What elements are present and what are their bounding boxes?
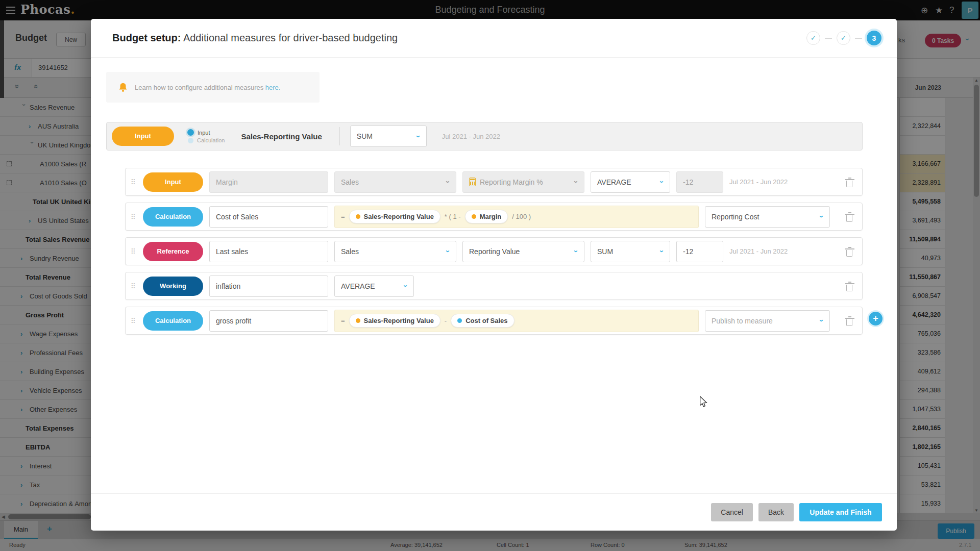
radio-selected-icon[interactable]: [187, 129, 194, 136]
divider: [339, 127, 340, 145]
base-measure-row: Input Input Calculation Sales-Reporting …: [106, 122, 863, 151]
formula-chip[interactable]: Margin: [465, 210, 508, 223]
measure-name-input[interactable]: [209, 241, 328, 262]
aggregation-select[interactable]: AVERAGE›: [591, 171, 670, 193]
input-calculation-toggle[interactable]: Input Calculation: [187, 129, 225, 143]
modal-header: Budget setup: Additional measures for dr…: [91, 19, 897, 58]
measure-select[interactable]: Reporting Margin %›: [462, 171, 584, 193]
step-3-current[interactable]: 3: [867, 31, 881, 45]
base-measure-name: Sales-Reporting Value: [241, 132, 322, 141]
measure-row-calculation: ⠿ Calculation = Sales-Reporting Value * …: [125, 203, 863, 231]
add-measure-button[interactable]: +: [869, 312, 883, 325]
aggregation-select[interactable]: AVERAGE›: [334, 276, 414, 297]
step-connector: [825, 38, 832, 39]
formula-chip[interactable]: Sales-Reporting Value: [349, 210, 440, 223]
radio-unselected-icon[interactable]: [188, 138, 193, 143]
drag-handle-icon[interactable]: ⠿: [130, 178, 137, 186]
measure-name-input[interactable]: [209, 206, 328, 228]
delete-row-button[interactable]: [844, 280, 855, 292]
cancel-button[interactable]: Cancel: [711, 503, 753, 521]
trash-icon: [846, 181, 852, 187]
trash-icon: [846, 215, 852, 222]
step-connector: [855, 38, 862, 39]
banner-text: Learn how to configure additional measur…: [135, 84, 280, 91]
measure-row-reference: ⠿ Reference Sales› Reporting Value› SUM›…: [125, 237, 863, 265]
publish-select[interactable]: Publish to measure›: [705, 310, 830, 332]
offset-input[interactable]: [676, 241, 723, 262]
measure-name-input[interactable]: [209, 276, 328, 297]
input-dot-icon: [356, 214, 360, 219]
bell-icon: [117, 82, 129, 93]
measure-type-pill: Input: [143, 172, 203, 192]
period-label: Jul 2021 - Jun 2022: [442, 133, 500, 140]
trash-icon: [846, 319, 852, 326]
dataset-select[interactable]: Sales›: [334, 241, 456, 262]
measure-row-working: ⠿ Working AVERAGE›: [125, 272, 863, 300]
measure-type-pill: Calculation: [143, 207, 203, 227]
modal-footer: Cancel Back Update and Finish: [91, 493, 897, 531]
measure-row-input: ⠿ Input Sales› Reporting Margin %› AVERA…: [125, 168, 863, 196]
formula-chip[interactable]: Sales-Reporting Value: [349, 314, 440, 328]
measure-type-pill: Working: [143, 277, 203, 296]
info-banner: Learn how to configure additional measur…: [106, 72, 320, 103]
step-1-check-icon[interactable]: ✓: [806, 31, 820, 45]
input-dot-icon: [356, 318, 360, 323]
measure-name-input[interactable]: [209, 171, 328, 193]
offset-input[interactable]: [676, 171, 723, 193]
measure-row-calculation: ⠿ Calculation = Sales-Reporting Value - …: [125, 307, 863, 335]
measure-select[interactable]: Reporting Value›: [462, 241, 584, 262]
input-dot-icon: [472, 214, 476, 219]
formula-field[interactable]: = Sales-Reporting Value * ( 1 - Margin /…: [334, 206, 699, 228]
mouse-cursor: [698, 396, 709, 409]
drag-handle-icon[interactable]: ⠿: [130, 213, 137, 221]
period-label: Jul 2021 - Jun 2022: [729, 178, 788, 186]
formula-field[interactable]: = Sales-Reporting Value - Cost of Sales: [334, 310, 699, 332]
trash-icon: [846, 285, 852, 291]
drag-handle-icon[interactable]: ⠿: [130, 317, 137, 325]
banner-link[interactable]: here.: [265, 84, 281, 91]
aggregation-select[interactable]: SUM›: [591, 241, 670, 262]
dataset-select[interactable]: Sales›: [334, 171, 456, 193]
formula-chip[interactable]: Cost of Sales: [451, 314, 514, 328]
publish-select[interactable]: Reporting Cost›: [705, 206, 830, 228]
period-label: Jul 2021 - Jun 2022: [729, 247, 788, 255]
measure-name-input[interactable]: [209, 310, 328, 332]
modal-title: Budget setup: Additional measures for dr…: [112, 32, 398, 44]
base-aggregation-select[interactable]: SUM›: [350, 126, 427, 147]
measure-type-pill: Calculation: [143, 311, 203, 331]
back-button[interactable]: Back: [758, 503, 794, 521]
delete-row-button[interactable]: [844, 211, 855, 223]
step-2-check-icon[interactable]: ✓: [837, 31, 850, 45]
calculation-dot-icon: [457, 318, 462, 323]
drag-handle-icon[interactable]: ⠿: [130, 247, 137, 256]
delete-row-button[interactable]: [844, 245, 855, 258]
wizard-stepper: ✓ ✓ 3: [806, 31, 881, 45]
delete-row-button[interactable]: [844, 176, 855, 188]
trash-icon: [846, 250, 852, 257]
measure-type-pill: Input: [112, 127, 174, 146]
update-and-finish-button[interactable]: Update and Finish: [799, 503, 882, 521]
budget-setup-modal: Budget setup: Additional measures for dr…: [91, 19, 897, 531]
measure-type-pill: Reference: [143, 242, 203, 261]
drag-handle-icon[interactable]: ⠿: [130, 282, 137, 290]
delete-row-button[interactable]: [844, 315, 855, 327]
measure-rows: ⠿ Input Sales› Reporting Margin %› AVERA…: [125, 168, 863, 341]
calculator-icon: [469, 178, 476, 186]
